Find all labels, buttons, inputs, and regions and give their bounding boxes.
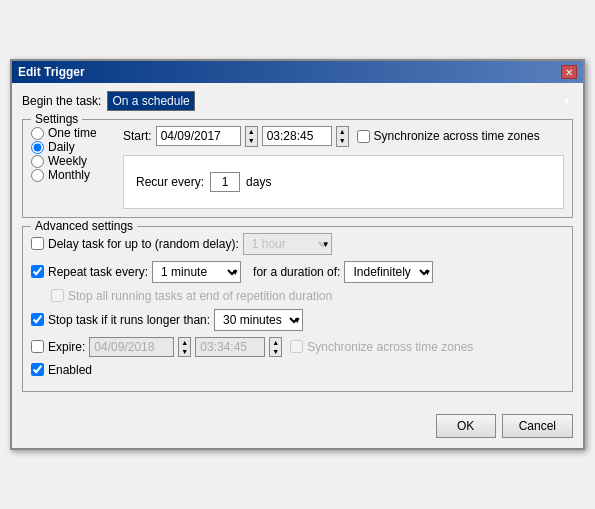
start-label: Start:	[123, 129, 152, 143]
radio-monthly-input[interactable]	[31, 169, 44, 182]
enabled-checkbox[interactable]	[31, 363, 44, 376]
radio-daily: Daily	[31, 140, 111, 154]
radio-onetime-input[interactable]	[31, 127, 44, 140]
settings-group-title: Settings	[31, 112, 82, 126]
expire-date-spinner: ▲ ▼	[178, 337, 191, 357]
enabled-row: Enabled	[31, 363, 564, 377]
radio-daily-label: Daily	[48, 140, 75, 154]
expire-date-up[interactable]: ▲	[179, 338, 190, 347]
radio-weekly-input[interactable]	[31, 155, 44, 168]
dialog-footer: OK Cancel	[12, 408, 583, 448]
dialog-title: Edit Trigger	[18, 65, 85, 79]
expire-sync-checkbox[interactable]	[290, 340, 303, 353]
begin-task-select[interactable]: On a schedule At log on At startup	[107, 91, 195, 111]
recur-row: Recur every: days	[136, 172, 551, 192]
date-up-arrow[interactable]: ▲	[246, 127, 257, 136]
expire-label: Expire:	[48, 340, 85, 354]
repeat-task-label: Repeat task every:	[48, 265, 148, 279]
repeat-task-row: Repeat task every: 1 minute 5 minutes 10…	[31, 261, 564, 283]
stop-all-label: Stop all running tasks at end of repetit…	[68, 289, 332, 303]
cancel-button[interactable]: Cancel	[502, 414, 573, 438]
repeat-select-wrapper: 1 minute 5 minutes 10 minutes 30 minutes…	[152, 261, 241, 283]
stop-longer-select[interactable]: 30 minutes 1 hour 2 hours	[214, 309, 303, 331]
time-down-arrow[interactable]: ▼	[337, 136, 348, 145]
schedule-right: Start: ▲ ▼ ▲ ▼	[123, 126, 564, 208]
expire-sync-label: Synchronize across time zones	[307, 340, 473, 354]
recur-area: Recur every: days	[123, 155, 564, 209]
date-spinner-buttons: ▲ ▼	[245, 126, 258, 146]
radio-onetime: One time	[31, 126, 111, 140]
duration-select-wrapper: Indefinitely 1 hour 30 minutes	[344, 261, 433, 283]
settings-group: Settings One time Daily Weekly	[22, 119, 573, 217]
start-time-input[interactable]	[262, 126, 332, 146]
delay-task-checkbox[interactable]	[31, 237, 44, 250]
expire-time-spinner: ▲ ▼	[269, 337, 282, 357]
expire-date-input[interactable]	[89, 337, 174, 357]
start-date-input[interactable]	[156, 126, 241, 146]
start-row: Start: ▲ ▼ ▲ ▼	[123, 126, 564, 146]
duration-label: for a duration of:	[253, 265, 340, 279]
radio-weekly: Weekly	[31, 154, 111, 168]
stop-all-checkbox[interactable]	[51, 289, 64, 302]
date-spinner: ▲ ▼	[245, 126, 258, 146]
expire-sync-group: Synchronize across time zones	[290, 340, 473, 354]
advanced-group-title: Advanced settings	[31, 219, 137, 233]
recur-value-input[interactable]	[210, 172, 240, 192]
radio-monthly-label: Monthly	[48, 168, 90, 182]
recur-unit-label: days	[246, 175, 271, 189]
repeat-select[interactable]: 1 minute 5 minutes 10 minutes 30 minutes…	[152, 261, 241, 283]
begin-task-row: Begin the task: On a schedule At log on …	[22, 91, 573, 111]
edit-trigger-dialog: Edit Trigger ✕ Begin the task: On a sche…	[10, 59, 585, 449]
expire-row: Expire: ▲ ▼ ▲ ▼ Synchronize across time …	[31, 337, 564, 357]
stop-longer-checkbox[interactable]	[31, 313, 44, 326]
expire-time-input[interactable]	[195, 337, 265, 357]
expire-time-down[interactable]: ▼	[270, 347, 281, 356]
titlebar: Edit Trigger ✕	[12, 61, 583, 83]
dialog-body: Begin the task: On a schedule At log on …	[12, 83, 583, 407]
delay-task-label: Delay task for up to (random delay):	[48, 237, 239, 251]
stop-all-row: Stop all running tasks at end of repetit…	[51, 289, 564, 303]
ok-button[interactable]: OK	[436, 414, 496, 438]
delay-select-wrapper: 1 hour 30 minutes 1 day	[243, 233, 332, 255]
radio-weekly-label: Weekly	[48, 154, 87, 168]
expire-date-down[interactable]: ▼	[179, 347, 190, 356]
stop-longer-row: Stop task if it runs longer than: 30 min…	[31, 309, 564, 331]
sync-timezone-checkbox[interactable]	[357, 130, 370, 143]
delay-select[interactable]: 1 hour 30 minutes 1 day	[243, 233, 332, 255]
sync-checkbox-group: Synchronize across time zones	[357, 129, 540, 143]
enabled-label: Enabled	[48, 363, 92, 377]
settings-content: One time Daily Weekly Monthly	[31, 126, 564, 208]
delay-task-row: Delay task for up to (random delay): 1 h…	[31, 233, 564, 255]
schedule-type-radios: One time Daily Weekly Monthly	[31, 126, 111, 208]
radio-monthly: Monthly	[31, 168, 111, 182]
recur-label: Recur every:	[136, 175, 204, 189]
radio-daily-input[interactable]	[31, 141, 44, 154]
repeat-task-checkbox[interactable]	[31, 265, 44, 278]
close-button[interactable]: ✕	[561, 65, 577, 79]
expire-checkbox[interactable]	[31, 340, 44, 353]
time-spinner-buttons: ▲ ▼	[336, 126, 349, 146]
sync-timezone-label: Synchronize across time zones	[374, 129, 540, 143]
date-down-arrow[interactable]: ▼	[246, 136, 257, 145]
begin-task-label: Begin the task:	[22, 94, 101, 108]
radio-onetime-label: One time	[48, 126, 97, 140]
stop-longer-select-wrapper: 30 minutes 1 hour 2 hours	[214, 309, 303, 331]
stop-longer-label: Stop task if it runs longer than:	[48, 313, 210, 327]
advanced-settings-group: Advanced settings Delay task for up to (…	[22, 226, 573, 392]
time-up-arrow[interactable]: ▲	[337, 127, 348, 136]
begin-task-select-wrapper: On a schedule At log on At startup	[107, 91, 573, 111]
duration-select[interactable]: Indefinitely 1 hour 30 minutes	[344, 261, 433, 283]
expire-time-up[interactable]: ▲	[270, 338, 281, 347]
